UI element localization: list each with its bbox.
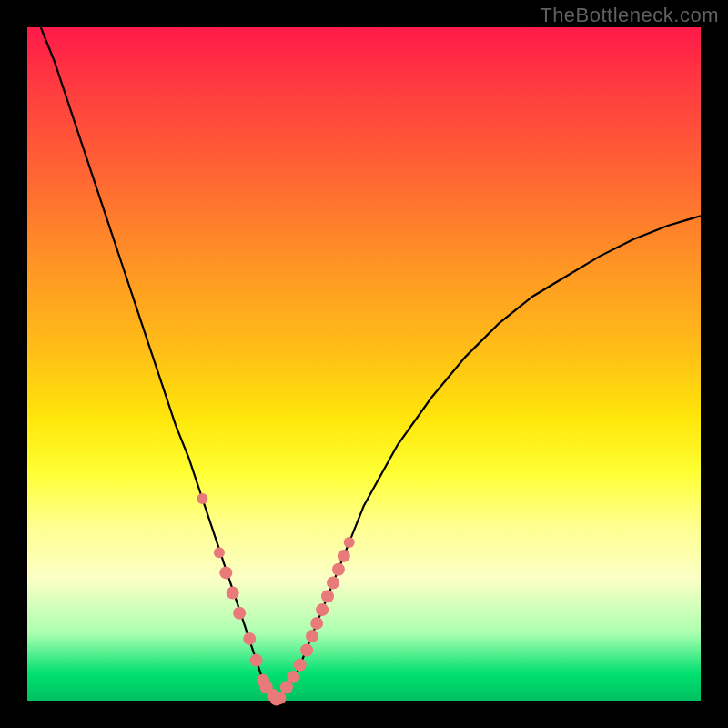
curve-marker [227, 587, 239, 600]
curve-marker [310, 617, 323, 630]
curve-marker [274, 692, 287, 704]
curve-marker [219, 566, 232, 579]
curve-marker [306, 630, 318, 642]
curve-marker [287, 671, 299, 683]
curve-marker [321, 590, 334, 602]
curve-marker [344, 537, 355, 548]
plot-area [27, 27, 701, 701]
curve-marker [214, 547, 225, 558]
curve-marker [316, 603, 329, 616]
curve-marker [327, 577, 339, 590]
marker-group [197, 493, 354, 706]
curve-marker [233, 607, 246, 620]
curve-marker [332, 563, 345, 576]
curve-marker [250, 654, 263, 667]
curve-layer [27, 27, 701, 701]
curve-marker [243, 632, 256, 645]
curve-marker [300, 644, 313, 657]
bottleneck-curve [41, 27, 701, 700]
curve-marker [338, 550, 350, 562]
curve-marker [197, 493, 207, 504]
chart-stage: TheBottleneck.com [0, 0, 728, 728]
watermark-text: TheBottleneck.com [540, 4, 719, 27]
curve-marker [294, 659, 307, 672]
